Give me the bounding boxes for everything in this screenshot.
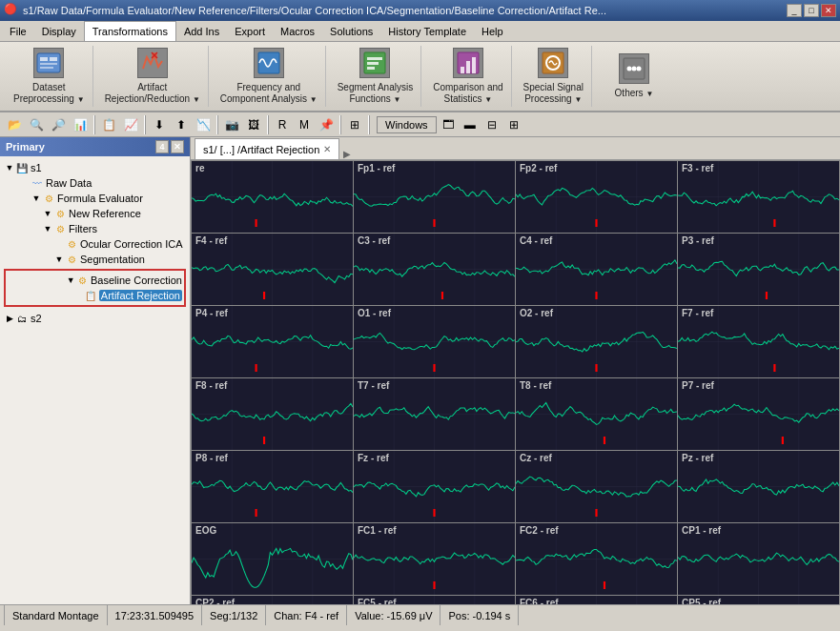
ribbon-dataset-preprocessing[interactable]: DatasetPreprocessing ▼ (6, 46, 93, 107)
eeg-cell[interactable]: EOG (192, 523, 353, 595)
svg-rect-52 (263, 292, 265, 299)
eeg-cell[interactable]: P7 - ref (678, 378, 839, 450)
expand-baseline[interactable]: ▼ (65, 275, 75, 285)
tree-item-seg[interactable]: ▼ ⚙ Segmentation (4, 252, 186, 267)
window-controls[interactable]: _ □ ✕ (787, 4, 836, 17)
menu-macros[interactable]: Macros (273, 21, 322, 41)
eeg-cell[interactable]: re (192, 161, 353, 233)
eeg-cell[interactable]: CP5 - ref (678, 596, 839, 604)
eeg-cell[interactable]: CP2 - ref (192, 596, 353, 604)
expand-formula[interactable]: ▼ (31, 193, 42, 203)
eeg-cell[interactable]: C3 - ref (354, 234, 515, 305)
expand-filters[interactable]: ▼ (42, 224, 53, 234)
ribbon-frequency-analysis[interactable]: Frequency andComponent Analysis ▼ (213, 46, 326, 107)
ribbon-artifact-rejection[interactable]: ArtifactRejection/Reduction ▼ (97, 46, 209, 107)
main-area: Primary 4 ✕ ▼ 💾 s1 〰 Raw Data (0, 137, 840, 604)
eeg-cell[interactable]: P4 - ref (192, 306, 353, 377)
menu-file[interactable]: File (2, 21, 34, 41)
toolbar-icon-7[interactable]: ⬆ (171, 114, 192, 135)
eeg-cell[interactable]: FC5 - ref (354, 596, 515, 604)
tree-item-newref[interactable]: ▼ ⚙ New Reference (4, 206, 186, 221)
toolbar-icon-18[interactable]: ⊞ (503, 114, 524, 135)
svg-rect-123 (256, 509, 257, 517)
ribbon-others[interactable]: Others ▼ (596, 46, 672, 107)
toolbar-icon-8[interactable]: 📉 (193, 114, 214, 135)
toolbar-icon-17[interactable]: ⊟ (481, 114, 502, 135)
eeg-cell[interactable]: P3 - ref (678, 234, 839, 305)
close-button[interactable]: ✕ (821, 4, 836, 17)
expand-s1[interactable]: ▼ (4, 163, 15, 173)
eeg-cell[interactable]: FC2 - ref (516, 523, 677, 595)
eeg-cell[interactable]: Fp1 - ref (354, 161, 515, 233)
eeg-cell[interactable]: F8 - ref (192, 378, 353, 450)
windows-button[interactable]: Windows (377, 116, 437, 133)
toolbar-icon-16[interactable]: ▬ (460, 114, 481, 135)
menu-historytemplate[interactable]: History Template (380, 21, 474, 41)
svg-rect-15 (466, 61, 470, 73)
menu-display[interactable]: Display (34, 21, 84, 41)
eeg-cell[interactable]: FC6 - ref (516, 596, 677, 604)
minimize-button[interactable]: _ (787, 4, 802, 17)
menu-solutions[interactable]: Solutions (322, 21, 380, 41)
tree-item-formula[interactable]: ▼ ⚙ Formula Evaluator (4, 191, 186, 206)
toolbar-icon-1[interactable]: 📂 (4, 114, 25, 135)
svg-rect-4 (40, 67, 53, 69)
toolbar-icon-12[interactable]: M (294, 114, 315, 135)
toolbar-zoom-in[interactable]: 🔎 (48, 114, 69, 135)
eeg-cell[interactable]: O2 - ref (516, 306, 677, 377)
eeg-cell[interactable]: F4 - ref (192, 234, 353, 305)
menu-addins[interactable]: Add Ins (176, 21, 227, 41)
expand-seg[interactable]: ▼ (53, 254, 65, 264)
sidebar-close-button[interactable]: ✕ (171, 140, 184, 153)
sidebar-pin-button[interactable]: 4 (155, 140, 169, 153)
toolbar-icon-14[interactable]: ⊞ (344, 114, 365, 135)
toolbar-icon-4[interactable]: 📋 (98, 114, 119, 135)
eeg-cell[interactable]: FC1 - ref (354, 523, 515, 595)
tree-item-artifact[interactable]: 📋 Artifact Rejection (8, 288, 182, 303)
tree-item-rawdata[interactable]: 〰 Raw Data (4, 175, 186, 191)
dataset-preprocessing-label: DatasetPreprocessing ▼ (13, 82, 85, 105)
tree-item-baseline[interactable]: ▼ ⚙ Baseline Correction (8, 273, 182, 288)
tab-scroll-arrow[interactable]: ▶ (343, 149, 351, 159)
svg-rect-34 (433, 219, 435, 227)
toolbar-icon-5[interactable]: 📈 (120, 114, 141, 135)
eeg-cell[interactable]: Fz - ref (354, 451, 515, 522)
maximize-button[interactable]: □ (804, 4, 819, 17)
menu-help[interactable]: Help (474, 21, 511, 41)
tree-item-s2[interactable]: ▶ 🗂 s2 (4, 311, 186, 326)
eeg-cell[interactable]: Pz - ref (678, 451, 839, 522)
toolbar-icon-6[interactable]: ⬇ (149, 114, 170, 135)
eeg-cell[interactable]: T7 - ref (354, 378, 515, 450)
ribbon-segment-analysis[interactable]: Segment AnalysisFunctions ▼ (330, 46, 422, 107)
toolbar-icon-13[interactable]: 📌 (316, 114, 337, 135)
toolbar-icon-11[interactable]: R (272, 114, 293, 135)
toolbar-icon-3[interactable]: 📊 (70, 114, 91, 135)
comparison-stats-icon (453, 48, 483, 78)
eeg-cell[interactable]: C4 - ref (516, 234, 677, 305)
ribbon-special-signal[interactable]: Special SignalProcessing ▼ (516, 46, 592, 107)
eeg-cell[interactable]: O1 - ref (354, 306, 515, 377)
ribbon-comparison-stats[interactable]: Comparison andStatistics ▼ (425, 46, 511, 107)
toolbar-icon-15[interactable]: 🗔 (438, 114, 459, 135)
tree-item-filters[interactable]: ▼ ⚙ Filters (4, 221, 186, 236)
eeg-cell[interactable]: Fp2 - ref (516, 161, 677, 233)
eeg-cell[interactable]: F7 - ref (678, 306, 839, 377)
svg-point-22 (636, 67, 641, 71)
eeg-cell[interactable]: Cz - ref (516, 451, 677, 522)
eeg-cell[interactable]: P8 - ref (192, 451, 353, 522)
tree-item-oca[interactable]: ⚙ Ocular Correction ICA (4, 236, 186, 252)
eeg-cell[interactable]: CP1 - ref (678, 523, 839, 595)
eeg-cell[interactable]: F3 - ref (678, 161, 839, 233)
toolbar-icon-2[interactable]: 🔍 (26, 114, 47, 135)
toolbar-icon-9[interactable]: 📷 (221, 114, 242, 135)
tab-artifact[interactable]: s1/ [...] /Artifact Rejection ✕ (195, 138, 339, 159)
expand-s2[interactable]: ▶ (4, 314, 15, 323)
menu-transformations[interactable]: Transformations (84, 21, 176, 41)
expand-newref[interactable]: ▼ (42, 209, 53, 218)
tab-close-button[interactable]: ✕ (323, 144, 331, 154)
eeg-cell[interactable]: T8 - ref (516, 378, 677, 450)
special-signal-label: Special SignalProcessing ▼ (523, 82, 584, 105)
tree-item-s1[interactable]: ▼ 💾 s1 (4, 160, 186, 175)
toolbar-icon-10[interactable]: 🖼 (243, 114, 264, 135)
menu-export[interactable]: Export (227, 21, 273, 41)
